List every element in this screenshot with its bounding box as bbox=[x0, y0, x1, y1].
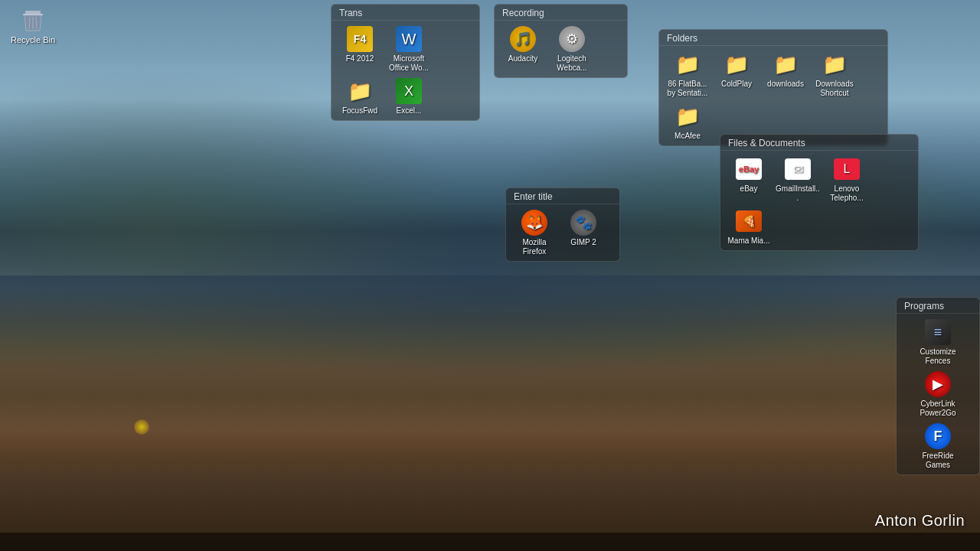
folder-downloads-icon-image: 📁 bbox=[772, 51, 799, 78]
customize-fences-label: Customize Fences bbox=[916, 347, 960, 366]
folder-coldplay-icon-image: 📁 bbox=[723, 51, 750, 78]
audacity-icon-label: Audacity bbox=[508, 54, 537, 64]
files-fence-content: eBay eBay ✉ GmailInstall... L Lenovo Tel… bbox=[720, 151, 918, 250]
trans-fence: Trans F4 F4 2012 W Microsoft Office Wo..… bbox=[331, 4, 480, 121]
gimp-icon-label: GIMP 2 bbox=[570, 238, 596, 247]
fence-icon-gimp[interactable]: 🐾 GIMP 2 bbox=[561, 209, 606, 256]
gmail-icon-image: ✉ bbox=[784, 155, 812, 183]
mama-icon-image: 🍕 bbox=[735, 207, 763, 235]
customize-fences-icon-image: ≡ bbox=[924, 318, 952, 346]
fence-icon-lenovo[interactable]: L Lenovo Telephо... bbox=[825, 155, 869, 203]
fence-icon-ebay[interactable]: eBay eBay bbox=[727, 155, 771, 203]
folder-dl-shortcut-icon-image: 📁 bbox=[821, 51, 848, 78]
mama-mia-icon-label: Mama Mia... bbox=[727, 236, 769, 246]
freeride-icon-label: FreeRide Games bbox=[916, 452, 960, 470]
fence-icon-logitech[interactable]: ⚙ Logitech Webca... bbox=[550, 25, 594, 73]
cyberlink-icon-label: CyberLink Power2Go bbox=[916, 399, 960, 418]
folder-dl-shortcut-icon-label: Downloads Shortcut bbox=[812, 80, 857, 98]
freeride-icon-image: F bbox=[924, 422, 952, 450]
svg-rect-0 bbox=[25, 11, 41, 14]
recording-fence: Recording 🎵 Audacity ⚙ Logitech Webca... bbox=[494, 4, 628, 78]
enter-title-fence-content: 🦊 Mozilla Firefox 🐾 GIMP 2 bbox=[506, 204, 619, 261]
programs-fence-title: Programs bbox=[897, 298, 979, 314]
fence-icon-firefox[interactable]: 🦊 Mozilla Firefox bbox=[512, 209, 557, 256]
excel-icon-image: X bbox=[395, 77, 423, 105]
fence-icon-customize-fences[interactable]: ≡ Customize Fences bbox=[916, 318, 960, 366]
files-fence-title: Files & Documents bbox=[720, 135, 918, 151]
trans-fence-content: F4 F4 2012 W Microsoft Office Wo... 📁 Fo… bbox=[332, 21, 479, 120]
fence-icon-focusfwd[interactable]: 📁 FocusFwd bbox=[338, 77, 382, 116]
recycle-bin-label: Recycle Bin bbox=[11, 35, 55, 44]
audacity-icon-image: 🎵 bbox=[509, 25, 537, 53]
files-documents-fence: Files & Documents eBay eBay ✉ GmailInsta… bbox=[720, 134, 919, 251]
folder-86-icon-label: 86 FlatBa... by Sentati... bbox=[665, 80, 710, 98]
folders-fence: Folders 📁 86 FlatBa... by Sentati... 📁 C… bbox=[658, 29, 888, 146]
recycle-bin-image bbox=[19, 6, 47, 34]
gmail-icon-label: GmailInstall... bbox=[776, 184, 820, 203]
fence-icon-coldplay[interactable]: 📁 ColdPlay bbox=[714, 51, 759, 98]
fence-icon-excel[interactable]: X Excel... bbox=[387, 77, 431, 116]
folder-86-icon-image: 📁 bbox=[674, 51, 701, 78]
lenovo-icon-image: L bbox=[833, 155, 861, 183]
ebay-icon-label: eBay bbox=[740, 184, 758, 194]
trans-fence-title: Trans bbox=[332, 5, 479, 21]
fence-icon-86flatba[interactable]: 📁 86 FlatBa... by Sentati... bbox=[665, 51, 710, 98]
lenovo-icon-label: Lenovo Telephо... bbox=[825, 184, 869, 203]
f4-icon-image: F4 bbox=[346, 25, 374, 53]
fence-icon-downloads-shortcut[interactable]: 📁 Downloads Shortcut bbox=[812, 51, 857, 98]
username-display: Anton Gorlin bbox=[875, 512, 965, 530]
focusfwd-icon-label: FocusFwd bbox=[342, 106, 377, 116]
fence-icon-audacity[interactable]: 🎵 Audacity bbox=[501, 25, 545, 73]
programs-fence: Programs ≡ Customize Fences ▶ CyberLink … bbox=[896, 297, 980, 475]
fence-icon-mama-mia[interactable]: 🍕 Mama Mia... bbox=[727, 207, 771, 246]
fence-icon-gmail[interactable]: ✉ GmailInstall... bbox=[776, 155, 820, 203]
focusfwd-icon-image: 📁 bbox=[346, 77, 374, 105]
folders-fence-content: 📁 86 FlatBa... by Sentati... 📁 ColdPlay … bbox=[659, 46, 887, 145]
enter-title-fence: Enter title 🦊 Mozilla Firefox 🐾 GIMP 2 bbox=[505, 187, 620, 262]
taskbar bbox=[0, 533, 980, 551]
fence-icon-mcafee[interactable]: 📁 McAfee bbox=[665, 103, 710, 141]
firefox-icon-label: Mozilla Firefox bbox=[512, 238, 557, 256]
cursor-highlight bbox=[134, 419, 149, 435]
cyberlink-icon-image: ▶ bbox=[924, 370, 952, 398]
excel-icon-label: Excel... bbox=[397, 106, 422, 116]
desktop: Recycle Bin Trans F4 F4 2012 W Microsoft… bbox=[0, 0, 980, 551]
msword-icon-label: Microsoft Office Wo... bbox=[387, 54, 431, 73]
firefox-icon-image: 🦊 bbox=[521, 209, 548, 236]
fence-icon-downloads[interactable]: 📁 downloads bbox=[763, 51, 808, 98]
gimp-icon-image: 🐾 bbox=[570, 209, 597, 236]
enter-title-fence-title: Enter title bbox=[506, 188, 619, 204]
programs-fence-content: ≡ Customize Fences ▶ CyberLink Power2Go … bbox=[897, 314, 979, 474]
f4-icon-label: F4 2012 bbox=[346, 54, 374, 64]
fence-icon-f4[interactable]: F4 F4 2012 bbox=[338, 25, 382, 73]
recording-fence-title: Recording bbox=[495, 5, 627, 21]
folder-mcafee-icon-image: 📁 bbox=[674, 103, 701, 130]
logitech-icon-image: ⚙ bbox=[558, 25, 586, 53]
fence-icon-freeride[interactable]: F FreeRide Games bbox=[916, 422, 960, 470]
folders-fence-title: Folders bbox=[659, 30, 887, 46]
folder-mcafee-icon-label: McAfee bbox=[675, 132, 701, 141]
ebay-icon-image: eBay bbox=[735, 155, 763, 183]
folder-downloads-icon-label: downloads bbox=[767, 80, 804, 89]
logitech-icon-label: Logitech Webca... bbox=[550, 54, 594, 73]
background-water bbox=[0, 276, 980, 551]
fence-icon-cyberlink[interactable]: ▶ CyberLink Power2Go bbox=[916, 370, 960, 418]
msword-icon-image: W bbox=[395, 25, 423, 53]
recycle-bin-icon[interactable]: Recycle Bin bbox=[6, 6, 60, 44]
recording-fence-content: 🎵 Audacity ⚙ Logitech Webca... bbox=[495, 21, 627, 77]
folder-coldplay-icon-label: ColdPlay bbox=[721, 80, 752, 89]
fence-icon-msword[interactable]: W Microsoft Office Wo... bbox=[387, 25, 431, 73]
